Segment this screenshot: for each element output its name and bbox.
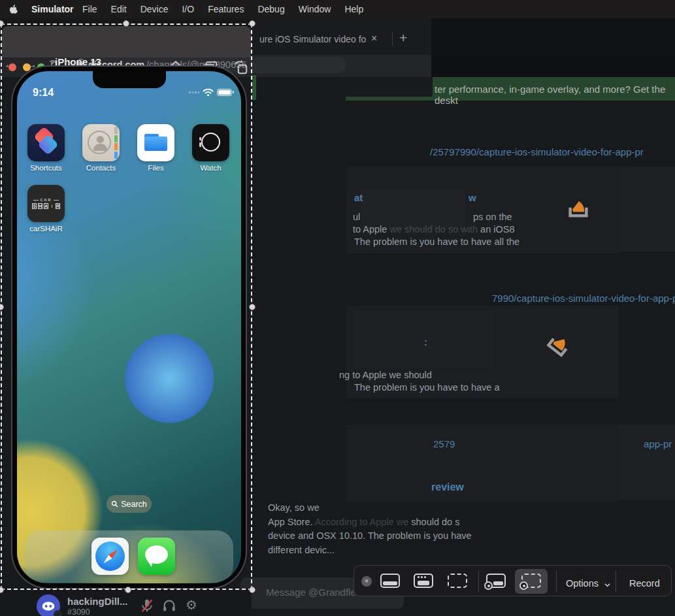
tab-divider bbox=[392, 31, 393, 46]
message-line1: Okay, so we bbox=[268, 502, 320, 513]
browser-tab[interactable]: ure iOS Simulator video fo bbox=[259, 34, 366, 44]
message-input-placeholder: Message @Grandfle bbox=[266, 587, 356, 598]
record-selected-portion-icon[interactable] bbox=[521, 574, 541, 588]
menu-edit[interactable]: Edit bbox=[111, 4, 127, 14]
overlay-box-2 bbox=[353, 312, 493, 367]
side-panel-1 bbox=[619, 167, 675, 251]
message-line4: different devic... bbox=[268, 545, 335, 555]
embed1-line1-right: ps on the bbox=[473, 212, 512, 222]
embed1-line3: The problem is you have to have all the bbox=[354, 236, 519, 247]
browser-tab-bar-shade bbox=[431, 18, 675, 55]
stack-overflow-logo bbox=[561, 186, 596, 221]
message-line2-mid: According to Apple we bbox=[315, 517, 408, 527]
selection-handle-top-center[interactable] bbox=[123, 20, 129, 27]
embed1-line2-left: to Apple bbox=[353, 224, 387, 235]
toolbar-close-icon[interactable]: × bbox=[361, 576, 372, 587]
side-panel-2 bbox=[619, 425, 675, 500]
user-discriminator: #3090 bbox=[67, 608, 90, 616]
selection-handle-bottom-center[interactable] bbox=[125, 587, 131, 593]
headphones-icon[interactable] bbox=[162, 598, 176, 613]
embed1-line2-mid: we should do so with bbox=[389, 224, 478, 235]
selection-handle-top-right[interactable] bbox=[249, 20, 255, 27]
toolbar-divider bbox=[478, 570, 479, 592]
banner-text: ter performance, in-game overlay, and mo… bbox=[435, 84, 675, 106]
chevron-down-icon bbox=[604, 582, 610, 588]
chat-link-3-right[interactable]: app-pr bbox=[644, 438, 672, 449]
selection-handle-mid-right[interactable] bbox=[249, 304, 255, 310]
message-line3: device and OSX 10.10. The problem is you… bbox=[268, 530, 472, 541]
message-line2-left: App Store. bbox=[268, 517, 313, 527]
embed3-title-frag[interactable]: review bbox=[431, 481, 464, 493]
options-button[interactable]: Options bbox=[566, 578, 599, 589]
tab-close-icon[interactable]: × bbox=[371, 33, 377, 44]
menu-window[interactable]: Window bbox=[299, 4, 331, 14]
menu-features[interactable]: Features bbox=[208, 4, 244, 14]
menu-simulator[interactable]: Simulator bbox=[31, 4, 69, 14]
chat-link-2[interactable]: 7990/capture-ios-simulator-video-for-app… bbox=[492, 293, 675, 304]
toolbar-divider bbox=[616, 570, 616, 592]
screenshot-toolbar: × Options Record bbox=[354, 565, 672, 596]
toolbar-divider bbox=[556, 570, 557, 592]
capture-selection-rect[interactable] bbox=[1, 24, 252, 590]
menu-debug[interactable]: Debug bbox=[257, 4, 284, 14]
discord-logo-icon bbox=[42, 601, 55, 611]
status-badge bbox=[54, 610, 62, 616]
banner-edge bbox=[252, 75, 256, 100]
chat-link-3-left[interactable]: 2579 bbox=[433, 438, 455, 449]
message-line2-right: should do s bbox=[411, 517, 459, 527]
menu-file[interactable]: File bbox=[82, 4, 97, 14]
menu-device[interactable]: Device bbox=[140, 4, 169, 14]
embed-panel-3 bbox=[347, 425, 619, 502]
mic-muted-icon[interactable] bbox=[140, 598, 154, 613]
embed2-line2: The problem is you have to have a bbox=[354, 382, 499, 393]
selection-handle-bottom-right[interactable] bbox=[249, 587, 255, 593]
record-button[interactable]: Record bbox=[629, 578, 660, 589]
capture-selected-portion-icon[interactable] bbox=[448, 574, 467, 588]
chat-link-1[interactable]: /25797990/capture-ios-simulator-video-fo… bbox=[430, 146, 644, 157]
browser-address-bar-shade bbox=[431, 55, 675, 77]
embed1-title-frag-left[interactable]: at bbox=[354, 192, 363, 203]
gear-icon[interactable]: ⚙ bbox=[186, 598, 197, 611]
capture-selected-window-icon[interactable] bbox=[414, 574, 433, 588]
username: hackingDill... bbox=[67, 596, 128, 607]
embed1-title-frag-right[interactable]: w bbox=[469, 192, 476, 203]
menu-io[interactable]: I/O bbox=[182, 4, 194, 14]
capture-entire-screen-icon[interactable] bbox=[380, 574, 400, 588]
new-tab-button[interactable]: + bbox=[399, 30, 407, 46]
embed1-line2: to Apple we should do so with an iOS8 bbox=[353, 224, 515, 235]
menu-bar: Simulator File Edit Device I/O Features … bbox=[0, 0, 675, 18]
banner-shade bbox=[346, 77, 433, 97]
embed2-title-frag: : bbox=[424, 336, 427, 348]
apple-icon[interactable] bbox=[9, 5, 18, 14]
menu-help[interactable]: Help bbox=[344, 4, 363, 14]
message-line2: App Store. According to Apple we should … bbox=[268, 517, 459, 527]
screen: ure iOS Simulator video fo × + ← → disco… bbox=[0, 0, 675, 616]
embed1-line2-right: an iOS8 bbox=[480, 224, 514, 235]
embed2-line1: ng to Apple we should bbox=[339, 370, 432, 380]
record-entire-screen-icon[interactable] bbox=[486, 574, 506, 588]
embed1-line1-left: ul bbox=[353, 212, 360, 222]
